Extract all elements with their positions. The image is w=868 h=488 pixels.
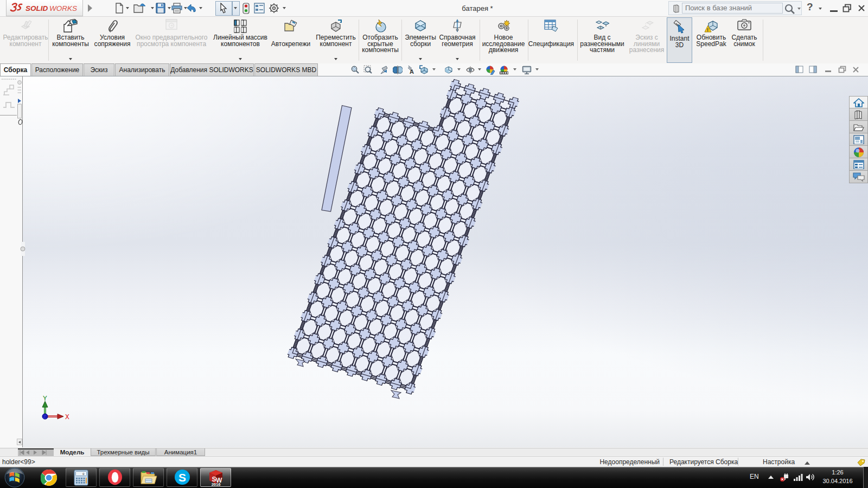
svg-text:0: 0 xyxy=(82,472,85,476)
svg-text:Z: Z xyxy=(43,414,46,420)
svg-text:WORKS: WORKS xyxy=(49,4,77,12)
svg-text:A: A xyxy=(410,68,414,75)
svg-text:!: ! xyxy=(707,27,709,33)
svg-text:S: S xyxy=(178,471,186,484)
svg-text:X: X xyxy=(65,413,69,421)
svg-text:2016: 2016 xyxy=(212,482,221,486)
svg-text:SOLID: SOLID xyxy=(25,4,48,12)
